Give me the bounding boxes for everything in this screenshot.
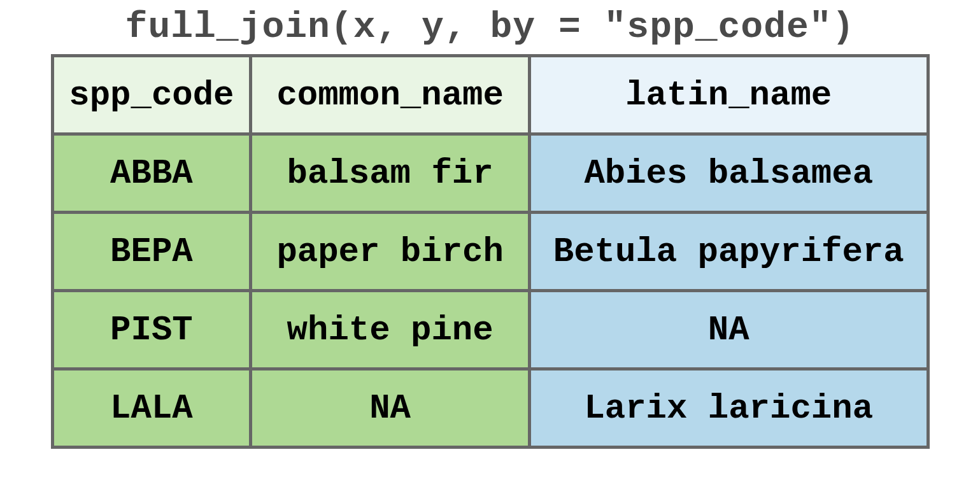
cell-common-name: balsam fir	[251, 134, 530, 213]
cell-spp-code: PIST	[52, 291, 251, 369]
cell-spp-code: ABBA	[52, 134, 251, 213]
table-row: BEPA paper birch Betula papyrifera	[52, 213, 928, 291]
cell-latin-name: Betula papyrifera	[529, 213, 928, 291]
cell-common-name: white pine	[251, 291, 530, 369]
table-row: PIST white pine NA	[52, 291, 928, 369]
cell-latin-name: Abies balsamea	[529, 134, 928, 213]
cell-latin-name-na: NA	[529, 291, 928, 369]
diagram-container: full_join(x, y, by = "spp_code") spp_cod…	[0, 0, 980, 487]
header-common-name: common_name	[251, 56, 530, 134]
header-spp-code: spp_code	[52, 56, 251, 134]
cell-latin-name: Larix laricina	[529, 369, 928, 448]
table-row: ABBA balsam fir Abies balsamea	[52, 134, 928, 213]
cell-common-name: paper birch	[251, 213, 530, 291]
code-title: full_join(x, y, by = "spp_code")	[0, 0, 980, 54]
cell-spp-code: LALA	[52, 369, 251, 448]
cell-spp-code: BEPA	[52, 213, 251, 291]
header-row: spp_code common_name latin_name	[52, 56, 928, 134]
join-result-table: spp_code common_name latin_name ABBA bal…	[51, 54, 930, 449]
header-latin-name: latin_name	[529, 56, 928, 134]
table-row: LALA NA Larix laricina	[52, 369, 928, 448]
cell-common-name-na: NA	[251, 369, 530, 448]
